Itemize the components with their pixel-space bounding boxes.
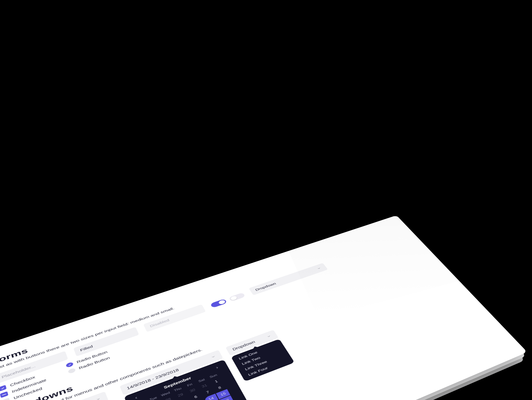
checkbox-checked-icon (0, 385, 6, 391)
filled-value: Filled (80, 344, 94, 352)
checkbox-indeterminate-icon (0, 391, 8, 398)
chevron-down-icon (210, 354, 217, 359)
chevron-down-icon (316, 266, 322, 270)
design-system-card: Forms Just as with buttons there are two… (0, 215, 527, 400)
dropdown-label: Dropdown (255, 282, 277, 292)
chevron-down-icon (95, 396, 102, 400)
calendar-next-button[interactable] (214, 365, 220, 370)
radio-unselected-icon (67, 368, 76, 374)
calendar-prev-button[interactable] (133, 395, 140, 400)
disabled-value: Disabled (149, 318, 170, 328)
toggle-on[interactable] (210, 298, 227, 308)
toggle-off[interactable] (229, 292, 246, 302)
radio-selected-icon (65, 361, 74, 368)
chevron-down-icon (266, 334, 272, 339)
checkbox-unchecked-icon (1, 398, 10, 400)
